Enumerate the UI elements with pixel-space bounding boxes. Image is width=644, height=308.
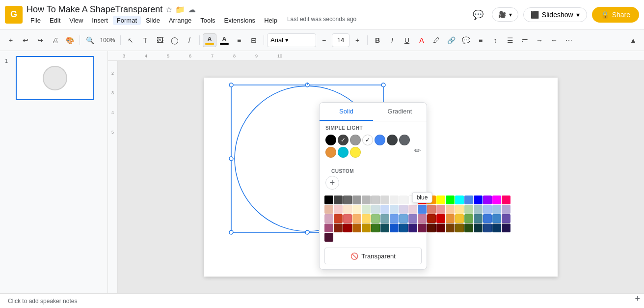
- menu-extensions[interactable]: Extensions: [220, 16, 260, 25]
- ordered-list-button[interactable]: ≔: [518, 33, 532, 47]
- color-black[interactable]: [325, 135, 336, 145]
- notes-bar[interactable]: Click to add speaker notes: [0, 293, 644, 308]
- palette-cell[interactable]: [390, 196, 399, 204]
- palette-cell[interactable]: [492, 224, 501, 232]
- palette-cell[interactable]: [352, 205, 361, 214]
- palette-cell[interactable]: [408, 205, 417, 214]
- image-button[interactable]: 🖼: [153, 33, 167, 47]
- indent-less-button[interactable]: ←: [547, 33, 561, 47]
- font-size-decrease[interactable]: −: [317, 33, 331, 47]
- meet-button[interactable]: 🎥 ▾: [492, 7, 518, 22]
- fill-color-button[interactable]: A: [203, 33, 216, 47]
- palette-cell[interactable]: [418, 196, 427, 204]
- palette-cell[interactable]: [408, 214, 417, 223]
- palette-cell[interactable]: [492, 214, 501, 223]
- undo-button[interactable]: ↩: [19, 33, 32, 47]
- cursor-button[interactable]: ↖: [124, 33, 137, 47]
- print-button[interactable]: 🖨: [48, 33, 62, 47]
- border-color-button[interactable]: A: [217, 33, 231, 47]
- indent-more-button[interactable]: →: [533, 33, 546, 47]
- link-button[interactable]: 🔗: [444, 33, 458, 47]
- palette-cell[interactable]: [464, 205, 473, 214]
- palette-cell[interactable]: [399, 196, 408, 204]
- palette-cell[interactable]: [436, 224, 445, 232]
- palette-cell[interactable]: [483, 196, 492, 204]
- palette-cell[interactable]: [446, 224, 455, 232]
- palette-cell[interactable]: [362, 224, 371, 232]
- add-button[interactable]: +: [4, 33, 18, 47]
- menu-help[interactable]: Help: [260, 16, 281, 25]
- palette-cell[interactable]: [343, 205, 352, 214]
- palette-cell[interactable]: [418, 224, 427, 232]
- palette-cell[interactable]: [464, 196, 473, 204]
- palette-cell[interactable]: [362, 205, 371, 214]
- palette-cell[interactable]: [446, 196, 455, 204]
- more-button[interactable]: ⋯: [562, 33, 576, 47]
- border-weight-button[interactable]: ⊟: [247, 33, 261, 47]
- palette-cell[interactable]: [464, 224, 473, 232]
- palette-cell[interactable]: [371, 224, 380, 232]
- folder-icon[interactable]: 📁: [175, 5, 185, 14]
- highlight-button[interactable]: 🖊: [429, 33, 443, 47]
- palette-cell[interactable]: [474, 196, 483, 204]
- bold-button[interactable]: B: [371, 33, 384, 47]
- palette-cell[interactable]: [502, 205, 510, 214]
- palette-cell[interactable]: [324, 224, 333, 232]
- comment-button[interactable]: 💬: [459, 33, 473, 47]
- underline-button[interactable]: U: [400, 33, 414, 47]
- list-button[interactable]: ☰: [503, 33, 517, 47]
- palette-cell[interactable]: [334, 224, 343, 232]
- palette-cell[interactable]: [352, 196, 361, 204]
- color-cyan[interactable]: [338, 147, 349, 158]
- tab-solid[interactable]: Solid: [320, 103, 373, 121]
- color-orange[interactable]: [325, 147, 336, 158]
- palette-cell[interactable]: [371, 205, 380, 214]
- palette-cell[interactable]: [380, 205, 389, 214]
- palette-cell[interactable]: [483, 224, 492, 232]
- palette-cell[interactable]: [399, 205, 408, 214]
- palette-cell[interactable]: [455, 196, 464, 204]
- palette-cell[interactable]: [427, 224, 436, 232]
- palette-cell[interactable]: [324, 214, 333, 223]
- palette-cell[interactable]: [362, 196, 371, 204]
- palette-cell[interactable]: [408, 196, 417, 204]
- palette-cell[interactable]: [324, 233, 333, 242]
- share-button[interactable]: 🔒 Share: [592, 7, 639, 23]
- palette-cell[interactable]: [408, 224, 417, 232]
- color-dark-gray[interactable]: [338, 135, 349, 145]
- transparent-button[interactable]: 🚫 Transparent: [324, 248, 422, 264]
- color-white[interactable]: [362, 135, 373, 145]
- palette-cell[interactable]: [399, 224, 408, 232]
- palette-cell[interactable]: [427, 196, 436, 204]
- align-button[interactable]: ≡: [232, 33, 246, 47]
- palette-cell[interactable]: [427, 214, 436, 223]
- palette-cell[interactable]: [483, 214, 492, 223]
- font-size-increase[interactable]: +: [350, 33, 364, 47]
- palette-cell[interactable]: [474, 205, 483, 214]
- palette-cell[interactable]: [464, 214, 473, 223]
- palette-cell[interactable]: [352, 214, 361, 223]
- menu-format[interactable]: Format: [113, 16, 141, 25]
- palette-cell[interactable]: [371, 214, 380, 223]
- palette-cell[interactable]: [390, 205, 399, 214]
- slide-thumbnail-1[interactable]: 1: [5, 56, 103, 100]
- zoom-out-button[interactable]: 🔍: [83, 33, 97, 47]
- italic-button[interactable]: I: [385, 33, 399, 47]
- palette-cell[interactable]: [352, 224, 361, 232]
- palette-cell[interactable]: [343, 196, 352, 204]
- cloud-icon[interactable]: ☁: [188, 5, 196, 14]
- palette-cell[interactable]: [343, 224, 352, 232]
- palette-cell[interactable]: [399, 214, 408, 223]
- palette-cell[interactable]: [502, 214, 510, 223]
- line-spacing-button[interactable]: ↕: [488, 33, 502, 47]
- palette-cell[interactable]: [502, 196, 510, 204]
- text-color-button[interactable]: A: [415, 33, 429, 47]
- line-button[interactable]: /: [183, 33, 196, 47]
- add-custom-color-button[interactable]: +: [325, 176, 339, 190]
- canvas-resize-handle[interactable]: +: [635, 294, 640, 304]
- zoom-display[interactable]: 100%: [98, 33, 117, 47]
- palette-cell[interactable]: [334, 214, 343, 223]
- menu-edit[interactable]: Edit: [46, 16, 64, 25]
- palette-cell[interactable]: [492, 205, 501, 214]
- font-size-input[interactable]: [332, 33, 349, 47]
